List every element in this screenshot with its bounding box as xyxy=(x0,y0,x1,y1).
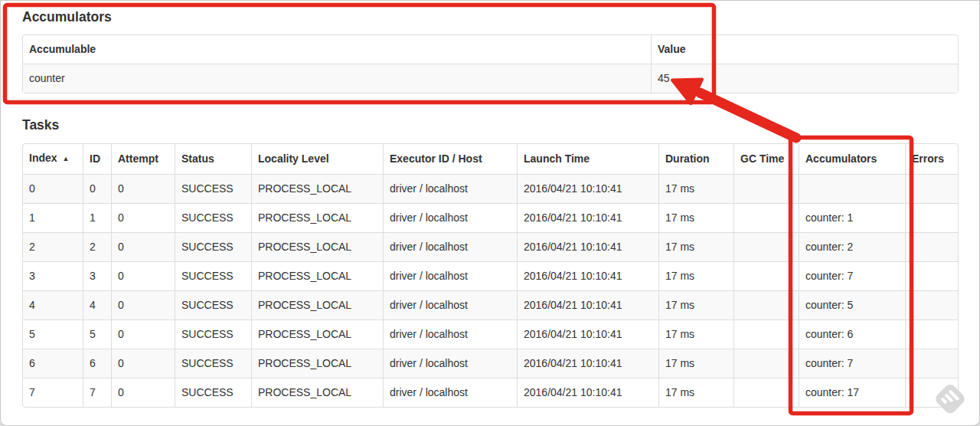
column-header-executor-id-host[interactable]: Executor ID / Host xyxy=(383,144,517,174)
cell-errors xyxy=(905,261,958,290)
column-header-status[interactable]: Status xyxy=(175,144,251,174)
cell-duration: 17 ms xyxy=(658,378,733,407)
cell-errors xyxy=(905,290,958,320)
tasks-table: Index▲ ID Attempt Status Locality Level … xyxy=(22,143,959,408)
cell-executor-id-host: driver / localhost xyxy=(383,232,517,261)
cell-locality-level: PROCESS_LOCAL xyxy=(251,320,383,349)
cell-gc-time xyxy=(733,349,799,378)
cell-errors xyxy=(905,378,958,407)
cell-index: 0 xyxy=(23,174,83,203)
cell-id: 6 xyxy=(83,349,111,378)
cell-status: SUCCESS xyxy=(175,203,251,232)
cell-status: SUCCESS xyxy=(175,174,251,203)
cell-status: SUCCESS xyxy=(175,232,251,261)
accumulators-section-heading: Accumulators xyxy=(22,9,960,25)
cell-duration: 17 ms xyxy=(658,232,733,261)
column-header-duration[interactable]: Duration xyxy=(658,144,733,174)
cell-executor-id-host: driver / localhost xyxy=(383,349,517,378)
cell-gc-time xyxy=(733,290,799,320)
table-header-row: Index▲ ID Attempt Status Locality Level … xyxy=(23,144,958,174)
column-header-gc-time[interactable]: GC Time xyxy=(733,144,799,174)
table-header-row: Accumulable Value xyxy=(23,35,958,64)
cell-accumulable: counter xyxy=(23,64,651,93)
cell-errors xyxy=(905,232,958,261)
cell-attempt: 0 xyxy=(111,320,175,349)
cell-launch-time: 2016/04/21 10:10:41 xyxy=(517,349,658,378)
cell-gc-time xyxy=(733,232,799,261)
cell-duration: 17 ms xyxy=(658,174,733,203)
cell-errors xyxy=(905,349,958,378)
cell-attempt: 0 xyxy=(111,349,175,378)
cell-attempt: 0 xyxy=(111,203,175,232)
column-header-accumulable[interactable]: Accumulable xyxy=(23,35,651,64)
cell-gc-time xyxy=(733,378,799,407)
cell-id: 7 xyxy=(83,378,111,407)
column-header-errors[interactable]: Errors xyxy=(905,144,958,174)
column-header-attempt[interactable]: Attempt xyxy=(111,144,175,174)
column-header-accumulators[interactable]: Accumulators xyxy=(799,144,905,174)
cell-status: SUCCESS xyxy=(175,261,251,290)
column-header-index[interactable]: Index▲ xyxy=(23,144,83,174)
cell-id: 1 xyxy=(83,203,111,232)
cell-gc-time xyxy=(733,320,799,349)
cell-launch-time: 2016/04/21 10:10:41 xyxy=(517,174,658,203)
table-row: 7 7 0 SUCCESS PROCESS_LOCAL driver / loc… xyxy=(23,378,958,407)
column-header-launch-time[interactable]: Launch Time xyxy=(517,144,658,174)
table-row: 5 5 0 SUCCESS PROCESS_LOCAL driver / loc… xyxy=(23,320,958,349)
column-header-index-label: Index xyxy=(29,152,57,164)
sort-ascending-icon[interactable]: ▲ xyxy=(63,155,70,162)
column-header-value[interactable]: Value xyxy=(651,35,958,64)
cell-accumulators: counter: 7 xyxy=(799,261,905,290)
table-row: 0 0 0 SUCCESS PROCESS_LOCAL driver / loc… xyxy=(23,174,958,203)
cell-index: 3 xyxy=(23,261,83,290)
cell-launch-time: 2016/04/21 10:10:41 xyxy=(517,261,658,290)
cell-launch-time: 2016/04/21 10:10:41 xyxy=(517,320,658,349)
cell-accumulators: counter: 7 xyxy=(799,349,905,378)
cell-status: SUCCESS xyxy=(175,378,251,407)
cell-attempt: 0 xyxy=(111,232,175,261)
tasks-section-heading: Tasks xyxy=(22,117,960,133)
cell-index: 5 xyxy=(23,320,83,349)
cell-duration: 17 ms xyxy=(658,349,733,378)
cell-launch-time: 2016/04/21 10:10:41 xyxy=(517,378,658,407)
cell-executor-id-host: driver / localhost xyxy=(383,261,517,290)
cell-value: 45 xyxy=(651,64,958,93)
cell-locality-level: PROCESS_LOCAL xyxy=(251,174,383,203)
column-header-id[interactable]: ID xyxy=(83,144,111,174)
cell-errors xyxy=(905,320,958,349)
cell-errors xyxy=(905,203,958,232)
cell-index: 4 xyxy=(23,290,83,320)
cell-id: 2 xyxy=(83,232,111,261)
table-row: counter 45 xyxy=(23,64,958,93)
cell-executor-id-host: driver / localhost xyxy=(383,378,517,407)
cell-executor-id-host: driver / localhost xyxy=(383,290,517,320)
cell-executor-id-host: driver / localhost xyxy=(383,174,517,203)
table-row: 4 4 0 SUCCESS PROCESS_LOCAL driver / loc… xyxy=(23,290,958,320)
cell-duration: 17 ms xyxy=(658,261,733,290)
column-header-locality-level[interactable]: Locality Level xyxy=(251,144,383,174)
cell-status: SUCCESS xyxy=(175,349,251,378)
cell-launch-time: 2016/04/21 10:10:41 xyxy=(517,290,658,320)
cell-accumulators: counter: 6 xyxy=(799,320,905,349)
table-row: 3 3 0 SUCCESS PROCESS_LOCAL driver / loc… xyxy=(23,261,958,290)
page-content: Accumulators Accumulable Value counter 4… xyxy=(0,9,980,408)
cell-id: 5 xyxy=(83,320,111,349)
cell-id: 3 xyxy=(83,261,111,290)
cell-id: 4 xyxy=(83,290,111,320)
cell-launch-time: 2016/04/21 10:10:41 xyxy=(517,232,658,261)
cell-attempt: 0 xyxy=(111,378,175,407)
cell-attempt: 0 xyxy=(111,261,175,290)
cell-locality-level: PROCESS_LOCAL xyxy=(251,349,383,378)
cell-accumulators: counter: 1 xyxy=(799,203,905,232)
cell-index: 2 xyxy=(23,232,83,261)
cell-status: SUCCESS xyxy=(175,320,251,349)
cell-launch-time: 2016/04/21 10:10:41 xyxy=(517,203,658,232)
cell-locality-level: PROCESS_LOCAL xyxy=(251,203,383,232)
cell-index: 6 xyxy=(23,349,83,378)
cell-gc-time xyxy=(733,174,799,203)
cell-gc-time xyxy=(733,203,799,232)
cell-locality-level: PROCESS_LOCAL xyxy=(251,261,383,290)
table-row: 1 1 0 SUCCESS PROCESS_LOCAL driver / loc… xyxy=(23,203,958,232)
cell-accumulators: counter: 17 xyxy=(799,378,905,407)
cell-locality-level: PROCESS_LOCAL xyxy=(251,232,383,261)
